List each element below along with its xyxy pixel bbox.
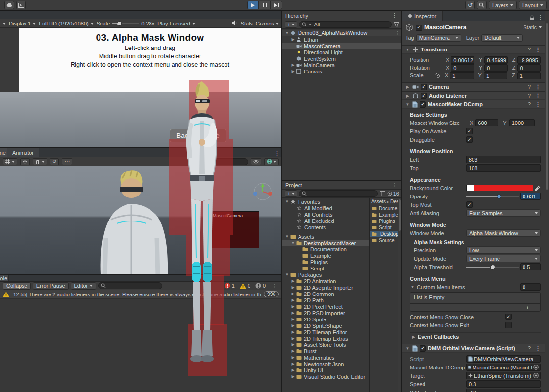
cloud-icon[interactable] [4,1,14,9]
opacity-slider[interactable] [466,193,519,199]
play-on-awake-checkbox[interactable]: ✓ [466,128,473,134]
component-menu-icon[interactable]: ⋮ [534,47,542,53]
scene-menu-icon[interactable]: ⋮ [393,30,401,36]
hidden-packages-count[interactable]: 16 [387,191,399,196]
event-callbacks-foldout[interactable]: ▶ Event Callbacks [410,332,541,341]
folder-row[interactable]: Script [282,265,369,271]
search-by-type-icon[interactable] [380,191,385,196]
folder-row[interactable]: Documentation [282,246,369,252]
grid-visibility-dropdown[interactable] [3,158,17,165]
folder-row[interactable]: Plugins [282,259,369,265]
more-tools-button[interactable]: ⋯ [62,158,72,165]
scale-y-field[interactable]: 1 [484,72,507,79]
object-picker-icon[interactable] [533,373,539,378]
layer-dropdown[interactable]: Default [481,34,523,42]
package-row[interactable]: ▶2D Tilemap Editor [282,329,369,335]
error-count-toggle[interactable]: 1 [225,283,238,289]
package-row[interactable]: ▶Visual Studio Code Editor [282,373,369,380]
anti-aliasing-dropdown[interactable]: Four Samples [466,209,541,217]
column-item[interactable]: Plugins [370,218,399,224]
help-icon[interactable]: ? [527,47,532,52]
background-color-swatch[interactable] [466,185,533,191]
custom-menu-items-row[interactable]: ▼ Custom Menu Items 0 [410,283,541,291]
script-object-field[interactable]: DMMOrbitalViewCamera [466,355,541,363]
speed-field[interactable]: 0.3 [466,380,541,388]
layers-dropdown[interactable]: Layers [489,1,517,9]
stats-toggle[interactable]: Stats [241,21,253,26]
favorite-item[interactable]: Contents [282,224,369,230]
list-add-button[interactable]: + [526,305,529,311]
package-row[interactable]: ▶Burst [282,348,369,354]
component-enabled-checkbox[interactable]: ✓ [420,101,426,108]
top-most-checkbox[interactable]: ✓ [466,201,473,208]
tag-dropdown[interactable]: MainCamera [416,34,461,42]
favorites-row[interactable]: ▼ Favorites [282,198,369,205]
console-menu-icon[interactable]: ⋮ [271,283,279,289]
back-to-home-button[interactable]: Back To Home [170,129,226,142]
project-scrollbar[interactable] [398,198,401,392]
tab-console[interactable]: Console [0,275,9,281]
target-object-field[interactable]: EthanSpine (Transform) [466,372,541,379]
opacity-field[interactable]: 0.631 [520,193,541,200]
scale-x-field[interactable]: 1 [450,72,474,79]
package-row[interactable]: ▶Asset Store Tools [282,342,369,348]
favorite-item[interactable]: All Modified [282,205,369,211]
column-item[interactable]: Source [370,237,399,244]
position-y-field[interactable]: 0.45699 [484,56,508,64]
help-icon[interactable]: ? [527,101,532,107]
y-min-limit-field[interactable]: -60 [466,389,541,392]
mascot-maker-comp-field[interactable]: MascotCamera (Mascot Maker D Comp) [466,364,541,371]
gameobject-name[interactable]: MascotCamera [424,24,466,31]
packages-root-row[interactable]: ▼ Packages [282,271,369,278]
photo-icon[interactable] [16,1,26,9]
object-picker-icon[interactable] [533,365,539,370]
audio-listener-header[interactable]: ▶ ✓ Audio Listener ? ⋮ [402,91,545,100]
scene-search-input[interactable] [201,158,248,165]
static-dropdown[interactable]: Static [523,24,542,30]
top-field[interactable]: 108 [466,164,541,172]
scene-menu-icon[interactable]: ⋮ [273,150,281,157]
display-dropdown[interactable]: Display 1 [9,21,36,26]
scene-row[interactable]: ▼ Demo03_AlphaMaskWindow ⋮ [282,30,401,36]
position-z-field[interactable]: -9.9095 [517,56,541,64]
play-button[interactable] [247,1,259,9]
console-search-input[interactable] [98,282,162,289]
help-icon[interactable]: ? [527,93,532,98]
lock-icon[interactable] [530,15,534,21]
package-row[interactable]: ▶2D SpriteShape [282,322,369,329]
resolution-dropdown[interactable]: Full HD (1920x1080) [39,21,94,26]
move-tool-button[interactable] [20,158,30,165]
window-mode-dropdown[interactable]: Alpha Mask Window [466,229,541,237]
window-size-x-field[interactable]: 600 [475,119,498,126]
hierarchy-item-mascotcamera[interactable]: MascotCamera [282,43,401,49]
alpha-threshold-slider[interactable] [466,264,519,270]
position-x-field[interactable]: 0.00612 [451,56,474,64]
help-icon[interactable]: ? [527,84,532,90]
scene-viewport[interactable]: MascotCamera [0,166,281,274]
package-row[interactable]: ▶2D PSD Importer [282,310,369,316]
gizmos-dropdown[interactable]: Gizmos [256,21,279,26]
component-enabled-checkbox[interactable]: ✓ [421,84,427,90]
favorite-item[interactable]: All Conflicts [282,211,369,218]
update-mode-dropdown[interactable]: Every Frame [466,255,541,262]
link-scale-icon[interactable] [435,73,440,78]
custom-menu-items-count-field[interactable]: 0 [520,283,541,291]
editor-dropdown[interactable]: Editor [71,282,97,290]
left-field[interactable]: 803 [466,156,541,163]
hierarchy-item-eventsystem[interactable]: EventSystem [282,55,401,62]
folder-row-desktopmascotmaker[interactable]: ▼ DesktopMascotMaker [282,240,369,246]
tab-animator[interactable]: Animator [7,148,39,157]
package-row[interactable]: ▶2D Pixel Perfect [282,303,369,310]
hidden-tab-caret[interactable] [3,23,6,24]
scene-visibility-button[interactable] [251,158,261,165]
scale-z-field[interactable]: 1 [517,72,541,79]
column-item[interactable]: Example [370,212,399,218]
column-item-selected[interactable]: Desktop... [370,231,399,237]
window-size-y-field[interactable]: 1000 [509,119,535,126]
component-menu-icon[interactable]: ⋮ [534,84,542,90]
undo-history-button[interactable]: ↺ [465,1,475,9]
project-menu-icon[interactable]: ⋮ [390,182,399,188]
component-enabled-checkbox[interactable]: ✓ [421,93,427,99]
assets-root-row[interactable]: ▼ Assets [282,233,369,240]
column-item[interactable]: Script [370,224,399,231]
